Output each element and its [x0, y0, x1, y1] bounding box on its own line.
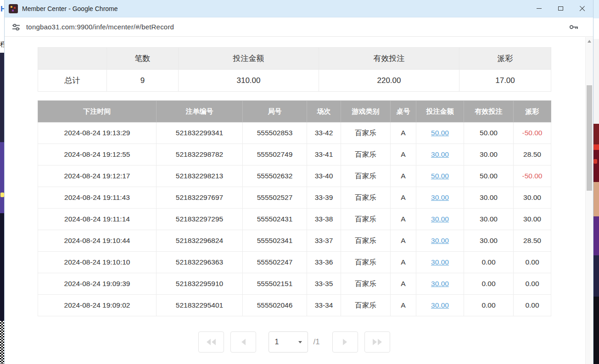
bet-id-cell: 521832295910 — [157, 273, 243, 295]
site-info-icon[interactable] — [11, 22, 21, 32]
scrollbar-thumb[interactable] — [587, 85, 592, 191]
table-no-cell: A — [391, 209, 416, 230]
summary-total-row: 总计 9 310.00 220.00 17.00 — [38, 70, 551, 92]
valid-bet-cell: 0.00 — [464, 252, 514, 273]
password-key-icon[interactable] — [568, 22, 579, 33]
session-cell: 33-35 — [307, 273, 341, 295]
first-page-button[interactable] — [198, 331, 224, 353]
page-content: 笔数 投注金额 有效投注 派彩 总计 9 310.00 220.00 17.00 — [5, 37, 585, 364]
bet-amount-link[interactable]: 50.00 — [431, 129, 449, 137]
table-row: 2024-08-24 19:13:29 521832299341 5555028… — [38, 122, 551, 144]
table-no-cell: A — [391, 273, 416, 295]
url-text[interactable]: tongbao31.com:9900/infe/mcenter/#/betRec… — [26, 23, 174, 31]
game-type-cell: 百家乐 — [341, 165, 391, 187]
round-cell: 555502151 — [243, 273, 307, 295]
double-chevron-left-icon — [207, 339, 211, 345]
desktop-edge-left: H 程 — [0, 0, 5, 364]
payout-cell: 30.00 — [514, 187, 551, 209]
payout-cell: 0.00 — [514, 252, 551, 273]
previous-page-button[interactable] — [230, 331, 256, 353]
bet-amount-link[interactable]: 50.00 — [431, 172, 449, 180]
bet-amount-cell: 30.00 — [416, 230, 464, 252]
summary-header-bet-amount: 投注金额 — [179, 48, 319, 70]
window-titlebar: Member Center - Google Chrome — [5, 0, 593, 17]
bet-time-cell: 2024-08-24 19:12:55 — [38, 144, 157, 165]
payout-cell: 0.00 — [514, 273, 551, 295]
table-no-cell: A — [391, 187, 416, 209]
bet-record-table: 下注时间 注单编号 局号 场次 游戏类别 桌号 投注金额 有效投注 派彩 202… — [38, 100, 551, 316]
bet-amount-link[interactable]: 30.00 — [431, 258, 449, 266]
maximize-button[interactable] — [550, 0, 571, 17]
bet-time-cell: 2024-08-24 19:09:39 — [38, 273, 157, 295]
valid-bet-cell: 30.00 — [464, 187, 514, 209]
close-icon — [579, 6, 585, 11]
bet-id-cell: 521832298782 — [157, 144, 243, 165]
table-row: 2024-08-24 19:12:55 521832298782 5555027… — [38, 144, 551, 165]
background-glyph-fragment — [0, 193, 4, 197]
summary-total-count: 9 — [107, 70, 179, 92]
bet-amount-link[interactable]: 30.00 — [431, 301, 449, 309]
game-type-cell: 百家乐 — [341, 209, 391, 230]
header-session: 场次 — [307, 101, 341, 122]
session-cell: 33-41 — [307, 144, 341, 165]
minimize-icon — [537, 8, 542, 9]
session-cell: 33-37 — [307, 230, 341, 252]
bet-amount-link[interactable]: 30.00 — [431, 237, 449, 244]
scrollbar-up-arrow-icon[interactable] — [588, 40, 591, 43]
payout-cell: 30.00 — [514, 209, 551, 230]
header-round: 局号 — [243, 101, 307, 122]
double-chevron-left-icon — [212, 339, 216, 345]
table-no-cell: A — [391, 230, 416, 252]
total-pages-label: /1 — [313, 337, 319, 347]
bet-amount-link[interactable]: 30.00 — [431, 150, 449, 158]
bet-amount-cell: 30.00 — [416, 209, 464, 230]
bet-time-cell: 2024-08-24 19:09:02 — [38, 295, 157, 316]
window-controls — [528, 0, 593, 17]
table-row: 2024-08-24 19:12:17 521832298213 5555026… — [38, 165, 551, 187]
bet-time-cell: 2024-08-24 19:10:10 — [38, 252, 157, 273]
bet-amount-link[interactable]: 30.00 — [431, 193, 449, 201]
bet-amount-cell: 30.00 — [416, 187, 464, 209]
bet-time-cell: 2024-08-24 19:13:29 — [38, 122, 157, 144]
table-row: 2024-08-24 19:11:43 521832297697 5555025… — [38, 187, 551, 209]
valid-bet-cell: 50.00 — [464, 165, 514, 187]
payout-cell: -50.00 — [514, 165, 551, 187]
round-cell: 555502749 — [243, 144, 307, 165]
valid-bet-cell: 50.00 — [464, 122, 514, 144]
bet-amount-link[interactable]: 30.00 — [431, 280, 449, 287]
round-cell: 555502046 — [243, 295, 307, 316]
summary-total-label: 总计 — [38, 70, 107, 92]
summary-total-bet-amount: 310.00 — [179, 70, 319, 92]
header-payout: 派彩 — [514, 101, 551, 122]
game-type-cell: 百家乐 — [341, 187, 391, 209]
payout-cell: 28.50 — [514, 230, 551, 252]
next-page-button[interactable] — [332, 331, 358, 353]
round-cell: 555502527 — [243, 187, 307, 209]
bet-amount-link[interactable]: 30.00 — [431, 215, 449, 223]
table-no-cell: A — [391, 165, 416, 187]
background-text-fragment: 程 — [0, 40, 5, 49]
bet-table-header-row: 下注时间 注单编号 局号 场次 游戏类别 桌号 投注金额 有效投注 派彩 — [38, 101, 551, 122]
bet-amount-cell: 50.00 — [416, 165, 464, 187]
last-page-button[interactable] — [364, 331, 390, 353]
bet-amount-cell: 30.00 — [416, 273, 464, 295]
page-select[interactable]: 1 — [269, 331, 308, 353]
close-button[interactable] — [571, 0, 593, 17]
summary-total-payout: 17.00 — [459, 70, 551, 92]
table-no-cell: A — [391, 122, 416, 144]
minimize-button[interactable] — [528, 0, 550, 17]
bet-amount-cell: 30.00 — [416, 144, 464, 165]
round-cell: 555502341 — [243, 230, 307, 252]
bet-id-cell: 521832297295 — [157, 209, 243, 230]
header-table-no: 桌号 — [391, 101, 416, 122]
site-favicon-icon — [9, 4, 18, 13]
current-page-value: 1 — [274, 338, 279, 346]
scrollbar[interactable] — [585, 37, 593, 364]
chevron-left-icon — [241, 339, 246, 345]
summary-header-empty — [38, 48, 107, 70]
game-type-cell: 百家乐 — [341, 252, 391, 273]
session-cell: 33-40 — [307, 165, 341, 187]
valid-bet-cell: 0.00 — [464, 295, 514, 316]
valid-bet-cell: 30.00 — [464, 209, 514, 230]
bet-id-cell: 521832295401 — [157, 295, 243, 316]
